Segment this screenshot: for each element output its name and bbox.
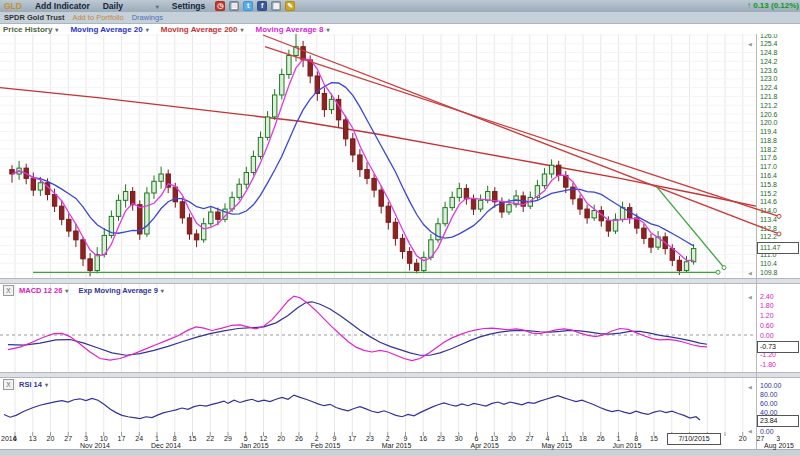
svg-text:9: 9 [333, 435, 337, 442]
period-dropdown[interactable]: Daily ▾ [103, 1, 159, 11]
svg-text:20: 20 [508, 435, 516, 442]
svg-text:120.6: 120.6 [760, 111, 778, 118]
svg-text:Dec 2014: Dec 2014 [151, 442, 181, 449]
svg-text:124.8: 124.8 [760, 49, 778, 56]
svg-text:20: 20 [739, 435, 747, 442]
svg-text:Jan 2015: Jan 2015 [240, 442, 269, 449]
svg-text:113.4: 113.4 [760, 216, 777, 223]
close-rsi-panel-button[interactable]: X [3, 379, 14, 390]
svg-text:121.8: 121.8 [760, 93, 778, 100]
svg-text:1: 1 [617, 435, 621, 442]
svg-text:◀: ◀ [748, 41, 752, 47]
macd-signal-dropdown[interactable]: Exp Moving Average 9 ▾ [78, 286, 163, 295]
svg-text:123.6: 123.6 [760, 67, 778, 74]
svg-text:2014: 2014 [1, 435, 17, 442]
rsi-panel-header: X RSI 14 ▾ [3, 379, 58, 390]
overlay-label: Moving Average 8 [256, 25, 324, 34]
chevron-down-icon: ▾ [241, 26, 244, 33]
overlay-label: Moving Average 200 [161, 25, 238, 34]
close-macd-panel-button[interactable]: X [3, 285, 14, 296]
add-indicator-button[interactable]: Add Indicator [35, 1, 90, 11]
rsi-label: RSI 14 [19, 380, 42, 389]
svg-text:22: 22 [206, 435, 214, 442]
macd-label: MACD 12 26 [19, 286, 62, 295]
add-to-portfolio-link[interactable]: Add to Portfolio [72, 13, 123, 22]
layout-icon[interactable]: ▥ [229, 1, 239, 11]
symbol-subheader: SPDR Gold Trust Add to Portfolio Drawing… [0, 12, 800, 24]
svg-text:20: 20 [47, 435, 55, 442]
svg-text:◀: ◀ [748, 428, 752, 434]
chevron-down-icon: ▾ [55, 26, 58, 33]
svg-text:27: 27 [757, 435, 765, 442]
svg-text:117.6: 117.6 [760, 154, 777, 161]
chevron-down-icon: ▾ [161, 287, 164, 294]
svg-text:125.4: 125.4 [760, 40, 778, 47]
facebook-icon[interactable]: f [257, 1, 267, 11]
overlay-selector-row: Price History▾Moving Average 20▾Moving A… [0, 24, 800, 34]
overlay-dropdown-moving-average-20[interactable]: Moving Average 20▾ [70, 25, 148, 34]
svg-text:6: 6 [475, 435, 479, 442]
svg-text:3: 3 [776, 435, 780, 442]
chart-canvas[interactable]: 126.0125.4124.8124.2123.6123.0122.4121.8… [0, 0, 800, 456]
svg-text:8: 8 [634, 435, 638, 442]
print-icon[interactable]: ▤ [271, 1, 281, 11]
svg-text:2: 2 [386, 435, 390, 442]
svg-text:27: 27 [526, 435, 534, 442]
alerts-icon[interactable]: ◷ [215, 1, 225, 11]
svg-text:122.4: 122.4 [760, 84, 778, 91]
svg-text:18: 18 [579, 435, 587, 442]
svg-text:0.60: 0.60 [760, 322, 774, 329]
toolbar-icons: ◷▥tf▤✎ [215, 1, 295, 11]
svg-text:20: 20 [277, 435, 285, 442]
svg-text:11: 11 [562, 435, 569, 442]
svg-text:30: 30 [455, 435, 463, 442]
svg-text:Mar 2015: Mar 2015 [382, 442, 412, 449]
overlay-dropdown-price-history[interactable]: Price History▾ [3, 25, 58, 34]
svg-text:27: 27 [64, 435, 72, 442]
svg-text:110.4: 110.4 [760, 260, 777, 267]
svg-text:24: 24 [135, 435, 143, 442]
svg-text:26: 26 [295, 435, 303, 442]
overlay-dropdown-moving-average-200[interactable]: Moving Average 200▾ [161, 25, 244, 34]
svg-text:Apr 2015: Apr 2015 [471, 442, 500, 450]
svg-text:100.00: 100.00 [760, 382, 782, 389]
rsi-dropdown[interactable]: RSI 14 ▾ [19, 380, 48, 389]
up-arrow-icon: ↑ [747, 1, 751, 10]
overlay-dropdown-moving-average-8[interactable]: Moving Average 8▾ [256, 25, 330, 34]
macd-dropdown[interactable]: MACD 12 26 ▾ [19, 286, 68, 295]
svg-text:2: 2 [315, 435, 319, 442]
svg-text:121.2: 121.2 [760, 102, 778, 109]
svg-text:123.0: 123.0 [760, 75, 778, 82]
svg-text:17: 17 [348, 435, 356, 442]
svg-text:10: 10 [100, 435, 108, 442]
svg-text:Feb 2015: Feb 2015 [311, 442, 341, 449]
period-label: Daily [103, 1, 123, 11]
svg-text:124.2: 124.2 [760, 58, 778, 65]
svg-text:60.00: 60.00 [760, 400, 778, 407]
svg-text:118.8: 118.8 [760, 137, 777, 144]
svg-text:80.00: 80.00 [760, 391, 778, 398]
settings-button[interactable]: Settings [172, 1, 206, 11]
svg-text:1.80: 1.80 [760, 302, 774, 309]
symbol-label: GLD [4, 1, 22, 11]
draw-icon[interactable]: ✎ [285, 1, 295, 11]
svg-text:15: 15 [650, 435, 658, 442]
svg-text:15: 15 [189, 435, 197, 442]
svg-text:◀: ◀ [748, 294, 752, 300]
chevron-down-icon: ▾ [156, 3, 159, 10]
svg-text:12: 12 [260, 435, 268, 442]
svg-text:13: 13 [490, 435, 498, 442]
svg-text:16: 16 [419, 435, 427, 442]
svg-text:Jun 2015: Jun 2015 [613, 442, 642, 449]
chevron-down-icon: ▾ [326, 26, 329, 33]
macd-value-box: -0.73 [757, 341, 799, 353]
twitter-icon[interactable]: t [243, 1, 253, 11]
chevron-down-icon: ▾ [146, 26, 149, 33]
svg-text:114.6: 114.6 [760, 198, 777, 205]
symbol-fullname: SPDR Gold Trust [4, 13, 64, 22]
price-change-badge: ↑ 0.13 (0.12%) [747, 1, 799, 10]
change-text: 0.13 (0.12%) [753, 1, 799, 10]
main-toolbar: GLD Add Indicator Daily ▾ Settings ◷▥tf▤… [0, 0, 800, 12]
svg-text:9: 9 [404, 435, 408, 442]
drawings-link[interactable]: Drawings [132, 13, 163, 22]
